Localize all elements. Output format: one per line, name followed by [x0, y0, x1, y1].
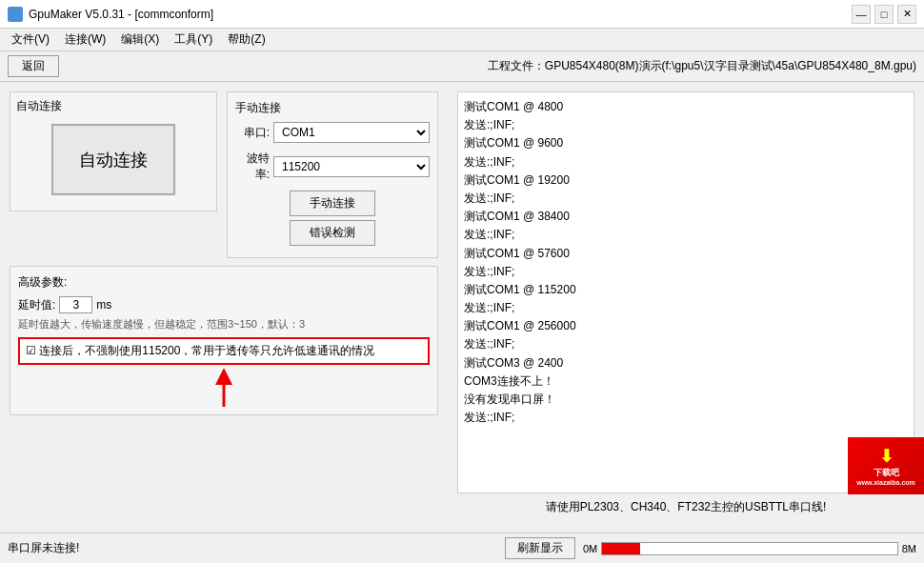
log-line: COM3连接不上！ [464, 372, 908, 391]
delay-unit: ms [96, 298, 111, 312]
log-line: 测试COM1 @ 19200 [464, 171, 908, 190]
menu-bar: 文件(V) 连接(W) 编辑(X) 工具(Y) 帮助(Z) [0, 29, 924, 51]
title-bar: GpuMaker V5.0.31 - [commconform] — □ ✕ [0, 0, 924, 29]
log-line: 测试COM1 @ 4800 [464, 98, 908, 116]
manual-connect-button[interactable]: 手动连接 [290, 191, 375, 216]
log-line: 发送:;INF; [464, 409, 908, 427]
auto-connect-title: 自动连接 [16, 98, 211, 114]
log-line: 没有发现串口屏！ [464, 391, 908, 409]
manual-connect-section: 手动连接 串口: COM1 COM2 COM3 COM4 波特率: 9600 1… [227, 91, 438, 258]
menu-edit[interactable]: 编辑(X) [113, 30, 167, 50]
back-button[interactable]: 返回 [8, 55, 59, 77]
port-select[interactable]: COM1 COM2 COM3 COM4 [273, 122, 430, 143]
menu-help[interactable]: 帮助(Z) [220, 30, 272, 50]
log-line: 测试COM3 @ 2400 [464, 354, 908, 372]
delay-row: 延时值: ms [18, 296, 430, 313]
progress-label-right: 8M [902, 543, 916, 554]
manual-connect-title: 手动连接 [235, 100, 430, 116]
port-label: 串口: [235, 125, 270, 141]
log-line: 测试COM1 @ 9600 [464, 134, 908, 152]
checkbox-text[interactable]: ☑ 连接后，不强制使用115200，常用于透传等只允许低速通讯的情况 [26, 343, 374, 359]
auto-connect-section: 自动连接 自动连接 [10, 91, 217, 211]
menu-file[interactable]: 文件(V) [4, 30, 57, 50]
menu-connect[interactable]: 连接(W) [57, 30, 113, 50]
log-bottom-hint: 请使用PL2303、CH340、FT232主控的USBTTL串口线! [457, 499, 914, 515]
baud-label: 波特率: [235, 151, 270, 183]
log-line: 发送:;INF; [464, 299, 908, 317]
baud-select[interactable]: 9600 19200 38400 57600 115200 256000 [273, 156, 430, 177]
log-line: 测试COM1 @ 115200 [464, 281, 908, 299]
close-button[interactable]: ✕ [897, 5, 916, 24]
left-panel: 自动连接 自动连接 手动连接 串口: COM1 COM2 COM3 COM4 波… [0, 82, 448, 525]
refresh-button[interactable]: 刷新显示 [505, 537, 575, 559]
checkbox-row: ☑ 连接后，不强制使用115200，常用于透传等只允许低速通讯的情况 [18, 337, 430, 365]
status-bar: 串口屏未连接! 刷新显示 0M 8M [0, 533, 924, 563]
delay-input[interactable] [59, 296, 92, 313]
project-file-label: 工程文件：GPU854X480(8M)演示(f:\gpu5\汉字目录测试\45a… [488, 58, 916, 74]
baud-row: 波特率: 9600 19200 38400 57600 115200 25600… [235, 151, 430, 183]
log-line: 测试COM1 @ 38400 [464, 208, 908, 226]
log-line: 发送:;INF; [464, 263, 908, 281]
auto-connect-button[interactable]: 自动连接 [51, 124, 175, 195]
title-bar-left: GpuMaker V5.0.31 - [commconform] [8, 7, 213, 22]
maximize-button[interactable]: □ [874, 5, 894, 24]
log-line: 发送:;INF; [464, 116, 908, 134]
arrow-container [18, 369, 430, 407]
minimize-button[interactable]: — [852, 5, 871, 24]
status-text: 串口屏未连接! [8, 540, 497, 556]
error-detect-button[interactable]: 错误检测 [290, 220, 375, 246]
progress-label-left: 0M [583, 543, 597, 554]
watermark-icon: ⬇ [879, 446, 894, 467]
menu-tools[interactable]: 工具(Y) [167, 30, 220, 50]
delay-label: 延时值: [18, 297, 55, 313]
delay-hint: 延时值越大，传输速度越慢，但越稳定，范围3~150，默认：3 [18, 317, 430, 332]
title-text: GpuMaker V5.0.31 - [commconform] [29, 8, 213, 21]
advanced-title: 高级参数: [18, 274, 430, 291]
log-box[interactable]: 测试COM1 @ 4800发送:;INF;测试COM1 @ 9600发送:;IN… [457, 91, 914, 493]
arrow-icon [200, 369, 248, 407]
log-line: 发送:;INF; [464, 226, 908, 244]
watermark-url: www.xiazaiba.com [856, 479, 915, 486]
log-line: 测试COM1 @ 256000 [464, 317, 908, 335]
progress-track [601, 542, 897, 555]
port-row: 串口: COM1 COM2 COM3 COM4 [235, 122, 430, 143]
log-line: 测试COM1 @ 57600 [464, 245, 908, 263]
log-line: 发送:;INF; [464, 190, 908, 208]
watermark: ⬇ 下载吧 www.xiazaiba.com [848, 437, 924, 494]
watermark-text: 下载吧 [874, 467, 899, 479]
progress-fill [602, 543, 640, 554]
log-line: 发送:;INF; [464, 335, 908, 353]
advanced-section: 高级参数: 延时值: ms 延时值越大，传输速度越慢，但越稳定，范围3~150，… [10, 266, 438, 415]
app-icon [8, 7, 23, 22]
progress-bar-container: 0M 8M [583, 542, 916, 555]
log-line: 发送:;INF; [464, 153, 908, 171]
title-controls: — □ ✕ [852, 5, 916, 24]
